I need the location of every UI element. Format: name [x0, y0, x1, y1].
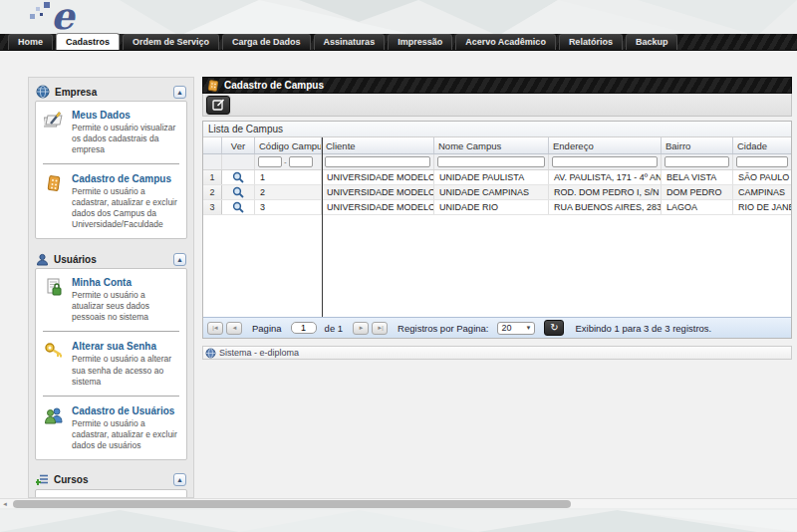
- section-card: Cadastro de Cursos Permite o usuário a c…: [35, 489, 187, 498]
- cell-codigo: 3: [255, 200, 322, 214]
- view-cell: [222, 185, 255, 199]
- campus-grid: Lista de Campus Ver Código Campus ▲ Clie…: [202, 121, 792, 339]
- table-row[interactable]: 3 3 UNIVERSIDADE MODELO UNIDADE RIO RUA …: [203, 200, 791, 215]
- tab-carga-de-dados[interactable]: Carga de Dados: [222, 34, 311, 50]
- logo-square: [30, 14, 35, 19]
- filter-cell: -: [255, 154, 322, 169]
- section-card: Minha Conta Permite o usuário a atualiza…: [35, 268, 187, 459]
- view-row-button[interactable]: [232, 186, 244, 198]
- sidebar-item-description: Permite o usuário a cadastrar, atualizar…: [72, 418, 179, 451]
- sidebar-link[interactable]: Minha Conta: [72, 277, 179, 288]
- column-header-endereco[interactable]: Endereço: [549, 137, 662, 153]
- tab-backup[interactable]: Backup: [626, 34, 678, 50]
- sidebar-item-cadastro-de-campus[interactable]: Cadastro de Campus Permite o usuário a c…: [43, 173, 179, 230]
- magnifier-icon: [232, 171, 244, 183]
- page-number-input[interactable]: [291, 322, 317, 334]
- sidebar-link[interactable]: Alterar sua Senha: [72, 341, 179, 352]
- sidebar-item-alterar-sua-senha[interactable]: Alterar sua Senha Permite o usuário a al…: [43, 341, 179, 387]
- tab-home[interactable]: Home: [8, 34, 53, 50]
- grid-header-row: Ver Código Campus ▲ Cliente Nome Campus …: [203, 137, 791, 154]
- filter-cell: [222, 154, 255, 169]
- content-area: Empresa ▲: [0, 51, 797, 498]
- previous-page-button[interactable]: ◄: [226, 322, 242, 335]
- spacer: [202, 339, 792, 346]
- sidebar-section-empresa: Empresa ▲: [35, 83, 187, 239]
- cell-cliente: UNIVERSIDADE MODELO: [322, 185, 434, 199]
- divider: [43, 331, 179, 333]
- tab-assinaturas[interactable]: Assinaturas: [314, 34, 386, 50]
- cell-nome-campus: UNIDADE PAULISTA: [434, 170, 549, 184]
- magnifier-icon: [232, 186, 244, 198]
- cliente-filter-input[interactable]: [325, 156, 430, 167]
- users-group-icon: [43, 405, 65, 451]
- sidebar-item-description: Permite o usuário visualizar os dados ca…: [72, 123, 179, 155]
- sidebar-item-meus-dados[interactable]: Meus Dados Permite o usuário visualizar …: [43, 110, 179, 155]
- section-title: Cursos: [54, 474, 168, 485]
- globe-icon: [36, 85, 50, 99]
- bairro-filter-input[interactable]: [664, 156, 729, 167]
- tab-acervo-academico[interactable]: Acervo Acadêmico: [455, 34, 556, 50]
- main-navbar: Home Cadastros Ordem de Serviço Carga de…: [0, 34, 797, 51]
- grid-toolbar: [202, 94, 792, 117]
- column-header-cidade[interactable]: Cidade: [733, 137, 791, 153]
- column-header-rownum: [203, 137, 222, 153]
- collapse-button[interactable]: ▲: [173, 253, 186, 266]
- pagination-bar: |◄ ◄ Pagina de 1 ► ►| Registros por Pagi…: [203, 317, 791, 338]
- nome-campus-filter-input[interactable]: [437, 156, 545, 167]
- view-row-button[interactable]: [232, 171, 244, 183]
- sidebar-item-description: Permite o usuário a alterar sua senha de…: [72, 354, 179, 387]
- cell-cidade: SÃO PAULO: [733, 170, 791, 184]
- column-header-ver[interactable]: Ver: [222, 137, 255, 153]
- sidebar-link[interactable]: Cadastro de Usuários: [72, 405, 179, 416]
- system-status-bar: Sistema - e-diploma: [202, 346, 792, 360]
- collapse-button[interactable]: ▲: [173, 473, 186, 486]
- tab-relatorios[interactable]: Relatórios: [559, 34, 623, 50]
- tab-ordem-de-servico[interactable]: Ordem de Serviço: [123, 34, 219, 50]
- divider: [43, 396, 179, 398]
- table-row[interactable]: 2 2 UNIVERSIDADE MODELO UNIDADE CAMPINAS…: [203, 185, 791, 200]
- column-header-codigo-campus[interactable]: Código Campus ▲: [255, 137, 322, 153]
- tab-impressao[interactable]: Impressão: [388, 34, 452, 50]
- column-header-bairro[interactable]: Bairro: [662, 137, 733, 153]
- cell-codigo: 1: [255, 170, 322, 184]
- logo-square: [36, 7, 40, 11]
- sidebar-link[interactable]: Cadastro de Campus: [72, 173, 179, 184]
- scrollbar-thumb[interactable]: [13, 500, 571, 508]
- system-status-text: Sistema - e-diploma: [219, 348, 299, 358]
- table-row[interactable]: 1 1 UNIVERSIDADE MODELO UNIDADE PAULISTA…: [203, 170, 791, 185]
- sidebar-link[interactable]: Meus Dados: [72, 110, 179, 121]
- horizontal-scrollbar[interactable]: ◄: [0, 498, 797, 508]
- records-status-text: Exibindo 1 para 3 de 3 registros.: [575, 323, 711, 334]
- column-header-nome-campus[interactable]: Nome Campus: [434, 137, 549, 153]
- endereco-filter-input[interactable]: [552, 156, 658, 167]
- collapse-button[interactable]: ▲: [173, 86, 186, 99]
- cell-endereco: RUA BUENOS AIRES, 283: [549, 200, 662, 214]
- per-page-select[interactable]: 20 ▼: [497, 322, 535, 335]
- grid-title-bar: Lista de Campus: [203, 122, 791, 137]
- section-title: Empresa: [55, 87, 168, 98]
- first-page-button[interactable]: |◄: [207, 322, 223, 335]
- view-row-button[interactable]: [232, 201, 244, 213]
- filter-cell: [733, 154, 791, 169]
- next-page-button[interactable]: ►: [353, 322, 369, 335]
- cell-endereco: AV. PAULISTA, 171 - 4º ANDAR: [549, 170, 662, 184]
- cidade-filter-input[interactable]: [736, 156, 788, 167]
- tab-cadastros[interactable]: Cadastros: [56, 33, 120, 50]
- magnifier-icon: [232, 201, 244, 213]
- refresh-button[interactable]: ↻: [544, 320, 564, 336]
- chevron-down-icon: ▼: [526, 325, 532, 331]
- last-page-button[interactable]: ►|: [372, 322, 388, 335]
- cell-bairro: DOM PEDRO: [662, 185, 733, 199]
- scroll-left-arrow-icon[interactable]: ◄: [2, 501, 8, 507]
- column-header-cliente[interactable]: Cliente: [322, 137, 434, 153]
- codigo-filter-min-input[interactable]: [258, 156, 282, 167]
- app-logo: e: [24, 0, 114, 36]
- sidebar-item-minha-conta[interactable]: Minha Conta Permite o usuário a atualiza…: [43, 277, 179, 323]
- main-panel: Cadastro de Campus Lista de Campus Ver: [202, 77, 792, 360]
- codigo-filter-max-input[interactable]: [289, 156, 313, 167]
- application-window: e Home Cadastros Ordem de Serviço Carga …: [0, 0, 797, 532]
- edit-record-button[interactable]: [206, 96, 230, 115]
- polygon-background-top: [0, 0, 797, 36]
- sidebar-item-cadastro-de-usuarios[interactable]: Cadastro de Usuários Permite o usuário a…: [43, 405, 179, 451]
- section-title: Usuários: [54, 254, 168, 265]
